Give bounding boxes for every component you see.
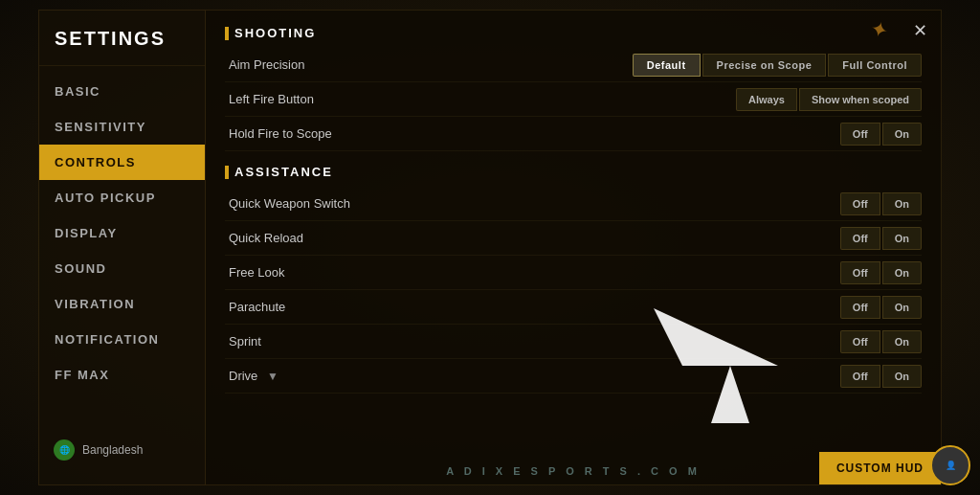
free-look-on-btn[interactable]: On <box>882 261 922 284</box>
free-look-row: Free Look Off On <box>225 256 922 290</box>
drive-chevron-icon: ▼ <box>267 370 278 383</box>
drive-controls: Off On <box>840 365 922 388</box>
settings-title: SETTINGS <box>39 20 205 66</box>
quick-weapon-switch-off-btn[interactable]: Off <box>840 192 880 215</box>
hold-fire-on-btn[interactable]: On <box>882 123 922 146</box>
aim-precision-fullcontrol-btn[interactable]: Full Control <box>828 54 922 77</box>
sprint-on-btn[interactable]: On <box>882 330 922 353</box>
parachute-label: Parachute <box>225 300 840 314</box>
hold-fire-to-scope-row: Hold Fire to Scope Off On <box>225 117 922 151</box>
left-fire-button-label: Left Fire Button <box>225 92 736 106</box>
free-look-off-btn[interactable]: Off <box>840 261 880 284</box>
aim-precision-precise-btn[interactable]: Precise on Scope <box>702 54 827 77</box>
drive-label: Drive ▼ <box>225 369 840 383</box>
aim-precision-controls: Default Precise on Scope Full Control <box>633 54 922 77</box>
quick-reload-on-btn[interactable]: On <box>882 227 922 250</box>
sprint-controls: Off On <box>840 330 922 353</box>
main-content: ✕ ✦ SHOOTING Aim Precision Default Preci… <box>206 10 942 485</box>
sidebar-item-sensitivity[interactable]: SENSITIVITY <box>39 109 205 145</box>
sidebar-item-auto-pickup[interactable]: AUTO PICKUP <box>39 180 205 215</box>
left-fire-always-btn[interactable]: Always <box>736 88 797 111</box>
aim-precision-row: Aim Precision Default Precise on Scope F… <box>225 48 922 82</box>
drive-on-btn[interactable]: On <box>882 365 922 388</box>
sidebar-item-sound[interactable]: SOUND <box>39 251 205 286</box>
sidebar: SETTINGS BASIC SENSITIVITY CONTROLS AUTO… <box>38 10 206 485</box>
quick-reload-label: Quick Reload <box>225 231 840 245</box>
left-fire-button-controls: Always Show when scoped <box>736 88 922 111</box>
hold-fire-label: Hold Fire to Scope <box>225 126 840 141</box>
drive-row: Drive ▼ Off On <box>225 359 922 394</box>
region-label: Bangladesh <box>82 443 143 457</box>
shooting-section-title: SHOOTING <box>225 26 922 40</box>
quick-reload-row: Quick Reload Off On <box>225 221 922 256</box>
free-look-label: Free Look <box>225 265 840 280</box>
corner-decoration: ✦ <box>868 16 891 45</box>
settings-panel: SETTINGS BASIC SENSITIVITY CONTROLS AUTO… <box>38 10 942 485</box>
avatar-placeholder: 👤 <box>946 461 956 470</box>
quick-weapon-switch-controls: Off On <box>840 192 922 215</box>
quick-reload-off-btn[interactable]: Off <box>840 227 880 250</box>
quick-weapon-switch-row: Quick Weapon Switch Off On <box>225 187 922 221</box>
close-button[interactable]: ✕ <box>913 20 927 41</box>
flag-icon: 🌐 <box>54 439 75 461</box>
hold-fire-controls: Off On <box>840 123 922 146</box>
parachute-off-btn[interactable]: Off <box>840 296 880 319</box>
sprint-off-btn[interactable]: Off <box>840 330 880 353</box>
left-fire-scoped-btn[interactable]: Show when scoped <box>799 88 922 111</box>
quick-reload-controls: Off On <box>840 227 922 250</box>
hold-fire-off-btn[interactable]: Off <box>840 123 880 146</box>
aim-precision-label: Aim Precision <box>225 57 633 72</box>
sidebar-item-display[interactable]: DISPLAY <box>39 215 205 251</box>
section-bar-assistance <box>225 166 229 179</box>
quick-weapon-switch-label: Quick Weapon Switch <box>225 196 840 211</box>
sidebar-item-controls[interactable]: CONTROLS <box>39 145 205 180</box>
aim-precision-default-btn[interactable]: Default <box>633 54 701 77</box>
assistance-section-title: ASSISTANCE <box>225 165 922 179</box>
sprint-row: Sprint Off On <box>225 325 922 359</box>
drive-off-btn[interactable]: Off <box>840 365 880 388</box>
parachute-on-btn[interactable]: On <box>882 296 922 319</box>
quick-weapon-switch-on-btn[interactable]: On <box>882 192 922 215</box>
sidebar-item-notification[interactable]: NOTIFICATION <box>39 322 205 357</box>
sidebar-footer: 🌐 Bangladesh <box>38 432 206 468</box>
free-look-controls: Off On <box>840 261 922 284</box>
sidebar-item-basic[interactable]: BASIC <box>39 74 205 109</box>
sidebar-item-vibration[interactable]: VIBRATION <box>39 286 205 322</box>
left-fire-button-row: Left Fire Button Always Show when scoped <box>225 82 922 117</box>
avatar: 👤 <box>930 445 970 485</box>
sprint-label: Sprint <box>225 334 840 349</box>
custom-hud-button[interactable]: CUSTOM HUD <box>819 452 941 484</box>
parachute-row: Parachute Off On <box>225 290 922 325</box>
sidebar-item-ff-max[interactable]: FF MAX <box>39 357 205 393</box>
parachute-controls: Off On <box>840 296 922 319</box>
section-bar-shooting <box>225 27 229 40</box>
watermark: A D I X E S P O R T S . C O M <box>446 465 701 477</box>
